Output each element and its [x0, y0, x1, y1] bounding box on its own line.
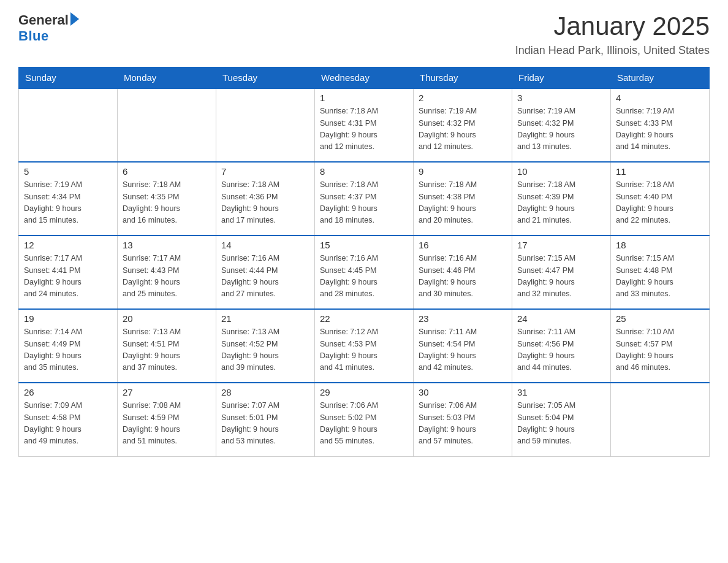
logo-general: General [18, 12, 69, 28]
calendar-week-row: 5Sunrise: 7:19 AMSunset: 4:34 PMDaylight… [19, 162, 710, 236]
calendar-cell: 17Sunrise: 7:15 AMSunset: 4:47 PMDayligh… [512, 236, 611, 309]
day-number: 5 [24, 166, 112, 177]
day-number: 13 [123, 240, 211, 250]
calendar-week-row: 26Sunrise: 7:09 AMSunset: 4:58 PMDayligh… [19, 383, 710, 456]
day-info: Sunrise: 7:17 AMSunset: 4:41 PMDaylight:… [24, 253, 112, 301]
calendar-cell: 5Sunrise: 7:19 AMSunset: 4:34 PMDaylight… [19, 162, 118, 236]
calendar-cell: 27Sunrise: 7:08 AMSunset: 4:59 PMDayligh… [118, 383, 216, 456]
day-number: 25 [616, 313, 704, 324]
day-number: 9 [419, 166, 507, 177]
day-info: Sunrise: 7:19 AMSunset: 4:34 PMDaylight:… [24, 179, 112, 227]
calendar-cell: 18Sunrise: 7:15 AMSunset: 4:48 PMDayligh… [611, 236, 710, 309]
day-number: 16 [419, 240, 507, 250]
calendar-week-row: 19Sunrise: 7:14 AMSunset: 4:49 PMDayligh… [19, 309, 710, 383]
day-number: 1 [320, 93, 408, 103]
day-number: 24 [517, 313, 605, 324]
day-info: Sunrise: 7:15 AMSunset: 4:47 PMDaylight:… [517, 253, 605, 301]
calendar-cell: 28Sunrise: 7:07 AMSunset: 5:01 PMDayligh… [216, 383, 315, 456]
calendar-header-tuesday: Tuesday [216, 67, 315, 89]
calendar-cell: 16Sunrise: 7:16 AMSunset: 4:46 PMDayligh… [414, 236, 512, 309]
calendar-cell: 25Sunrise: 7:10 AMSunset: 4:57 PMDayligh… [611, 309, 710, 383]
day-info: Sunrise: 7:19 AMSunset: 4:32 PMDaylight:… [517, 105, 605, 153]
day-info: Sunrise: 7:13 AMSunset: 4:52 PMDaylight:… [221, 326, 309, 374]
day-number: 3 [517, 93, 605, 103]
calendar-cell: 19Sunrise: 7:14 AMSunset: 4:49 PMDayligh… [19, 309, 118, 383]
calendar-header-thursday: Thursday [414, 67, 512, 89]
calendar-cell: 31Sunrise: 7:05 AMSunset: 5:04 PMDayligh… [512, 383, 611, 456]
title-block: January 2025 Indian Head Park, Illinois,… [515, 12, 710, 57]
day-number: 23 [419, 313, 507, 324]
day-info: Sunrise: 7:18 AMSunset: 4:38 PMDaylight:… [419, 179, 507, 227]
day-number: 12 [24, 240, 112, 250]
day-number: 4 [616, 93, 704, 103]
day-info: Sunrise: 7:16 AMSunset: 4:44 PMDaylight:… [221, 253, 309, 301]
day-number: 29 [320, 387, 408, 397]
day-info: Sunrise: 7:06 AMSunset: 5:03 PMDaylight:… [419, 400, 507, 448]
calendar-cell: 13Sunrise: 7:17 AMSunset: 4:43 PMDayligh… [118, 236, 216, 309]
calendar-cell: 10Sunrise: 7:18 AMSunset: 4:39 PMDayligh… [512, 162, 611, 236]
day-number: 27 [123, 387, 211, 397]
day-info: Sunrise: 7:17 AMSunset: 4:43 PMDaylight:… [123, 253, 211, 301]
day-number: 15 [320, 240, 408, 250]
calendar-cell: 21Sunrise: 7:13 AMSunset: 4:52 PMDayligh… [216, 309, 315, 383]
calendar-cell [611, 383, 710, 456]
day-info: Sunrise: 7:18 AMSunset: 4:36 PMDaylight:… [221, 179, 309, 227]
calendar-cell: 11Sunrise: 7:18 AMSunset: 4:40 PMDayligh… [611, 162, 710, 236]
day-number: 30 [419, 387, 507, 397]
calendar-cell: 24Sunrise: 7:11 AMSunset: 4:56 PMDayligh… [512, 309, 611, 383]
calendar-cell: 23Sunrise: 7:11 AMSunset: 4:54 PMDayligh… [414, 309, 512, 383]
day-number: 10 [517, 166, 605, 177]
day-info: Sunrise: 7:18 AMSunset: 4:40 PMDaylight:… [616, 179, 704, 227]
calendar-cell [19, 88, 118, 162]
calendar-cell: 3Sunrise: 7:19 AMSunset: 4:32 PMDaylight… [512, 88, 611, 162]
day-info: Sunrise: 7:08 AMSunset: 4:59 PMDaylight:… [123, 400, 211, 448]
logo-blue: Blue [18, 28, 49, 44]
location-title: Indian Head Park, Illinois, United State… [515, 44, 710, 57]
calendar-cell: 12Sunrise: 7:17 AMSunset: 4:41 PMDayligh… [19, 236, 118, 309]
day-info: Sunrise: 7:13 AMSunset: 4:51 PMDaylight:… [123, 326, 211, 374]
calendar-header-sunday: Sunday [19, 67, 118, 89]
day-number: 28 [221, 387, 309, 397]
day-info: Sunrise: 7:14 AMSunset: 4:49 PMDaylight:… [24, 326, 112, 374]
day-number: 19 [24, 313, 112, 324]
calendar-header-monday: Monday [118, 67, 216, 89]
calendar-cell: 30Sunrise: 7:06 AMSunset: 5:03 PMDayligh… [414, 383, 512, 456]
day-info: Sunrise: 7:11 AMSunset: 4:56 PMDaylight:… [517, 326, 605, 374]
day-info: Sunrise: 7:05 AMSunset: 5:04 PMDaylight:… [517, 400, 605, 448]
logo-triangle-icon [70, 12, 79, 26]
day-info: Sunrise: 7:09 AMSunset: 4:58 PMDaylight:… [24, 400, 112, 448]
calendar-cell: 20Sunrise: 7:13 AMSunset: 4:51 PMDayligh… [118, 309, 216, 383]
calendar-cell: 26Sunrise: 7:09 AMSunset: 4:58 PMDayligh… [19, 383, 118, 456]
day-info: Sunrise: 7:16 AMSunset: 4:46 PMDaylight:… [419, 253, 507, 301]
page-header: General Blue January 2025 Indian Head Pa… [18, 12, 710, 57]
day-number: 6 [123, 166, 211, 177]
calendar-cell: 8Sunrise: 7:18 AMSunset: 4:37 PMDaylight… [315, 162, 414, 236]
calendar-cell: 7Sunrise: 7:18 AMSunset: 4:36 PMDaylight… [216, 162, 315, 236]
calendar-header-wednesday: Wednesday [315, 67, 414, 89]
day-info: Sunrise: 7:10 AMSunset: 4:57 PMDaylight:… [616, 326, 704, 374]
calendar-week-row: 1Sunrise: 7:18 AMSunset: 4:31 PMDaylight… [19, 88, 710, 162]
day-info: Sunrise: 7:12 AMSunset: 4:53 PMDaylight:… [320, 326, 408, 374]
day-number: 2 [419, 93, 507, 103]
day-info: Sunrise: 7:19 AMSunset: 4:32 PMDaylight:… [419, 105, 507, 153]
day-info: Sunrise: 7:11 AMSunset: 4:54 PMDaylight:… [419, 326, 507, 374]
calendar-cell: 4Sunrise: 7:19 AMSunset: 4:33 PMDaylight… [611, 88, 710, 162]
calendar-cell: 22Sunrise: 7:12 AMSunset: 4:53 PMDayligh… [315, 309, 414, 383]
calendar-cell: 6Sunrise: 7:18 AMSunset: 4:35 PMDaylight… [118, 162, 216, 236]
calendar-cell: 1Sunrise: 7:18 AMSunset: 4:31 PMDaylight… [315, 88, 414, 162]
day-number: 31 [517, 387, 605, 397]
day-info: Sunrise: 7:18 AMSunset: 4:31 PMDaylight:… [320, 105, 408, 153]
day-number: 17 [517, 240, 605, 250]
month-title: January 2025 [515, 12, 710, 40]
day-info: Sunrise: 7:07 AMSunset: 5:01 PMDaylight:… [221, 400, 309, 448]
calendar-header-row: SundayMondayTuesdayWednesdayThursdayFrid… [19, 67, 710, 89]
day-info: Sunrise: 7:15 AMSunset: 4:48 PMDaylight:… [616, 253, 704, 301]
calendar-cell: 14Sunrise: 7:16 AMSunset: 4:44 PMDayligh… [216, 236, 315, 309]
calendar-week-row: 12Sunrise: 7:17 AMSunset: 4:41 PMDayligh… [19, 236, 710, 309]
day-number: 21 [221, 313, 309, 324]
calendar-table: SundayMondayTuesdayWednesdayThursdayFrid… [18, 67, 710, 457]
calendar-cell: 15Sunrise: 7:16 AMSunset: 4:45 PMDayligh… [315, 236, 414, 309]
calendar-header-saturday: Saturday [611, 67, 710, 89]
day-info: Sunrise: 7:18 AMSunset: 4:37 PMDaylight:… [320, 179, 408, 227]
day-number: 20 [123, 313, 211, 324]
